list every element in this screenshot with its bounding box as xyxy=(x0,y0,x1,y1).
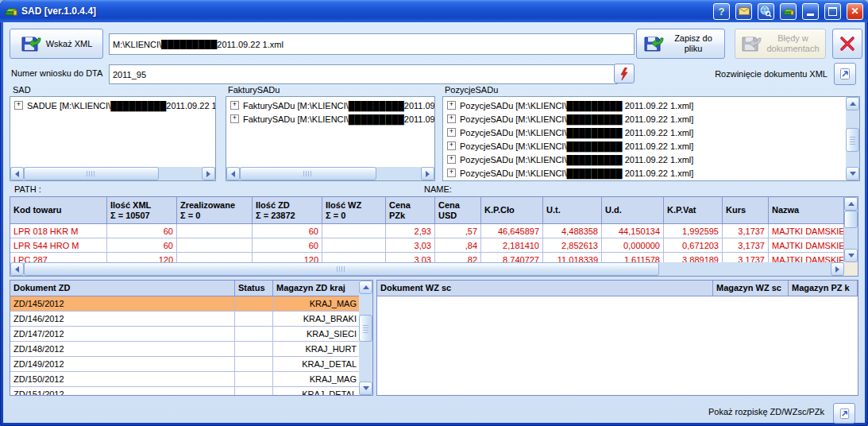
pozycje-tree-vscrollbar[interactable] xyxy=(846,97,859,180)
scrollbar-thumb[interactable] xyxy=(359,315,372,342)
xml-path-field[interactable] xyxy=(109,33,635,55)
scrollbar-track[interactable] xyxy=(359,342,372,381)
column-header[interactable]: Ilość ZDΣ = 23872 xyxy=(253,197,322,223)
scrollbar-track[interactable] xyxy=(844,228,858,249)
dta-number-field[interactable] xyxy=(109,64,618,84)
scrollbar-thumb[interactable] xyxy=(240,167,376,180)
column-header[interactable]: U.d. xyxy=(602,197,664,223)
zd-table-vscrollbar[interactable] xyxy=(359,281,372,395)
expand-plus-icon[interactable]: + xyxy=(447,168,456,177)
column-header[interactable]: Kurs xyxy=(723,197,769,223)
expand-plus-icon[interactable]: + xyxy=(230,114,239,123)
scroll-up-button[interactable] xyxy=(844,197,858,211)
tree-node[interactable]: +PozycjeSADu [M:\KLIENCI\█████████ 2011.… xyxy=(445,99,846,112)
run-button[interactable] xyxy=(614,64,635,83)
expand-plus-icon[interactable]: + xyxy=(447,114,456,123)
tree-node[interactable]: +PozycjeSADu [M:\KLIENCI\█████████ 2011.… xyxy=(445,166,846,180)
expand-plus-icon[interactable]: + xyxy=(447,155,456,164)
scroll-right-button[interactable] xyxy=(202,167,215,180)
column-header[interactable]: ZrealizowaneΣ = 0 xyxy=(177,197,253,223)
scrollbar-track[interactable] xyxy=(659,262,831,276)
column-header[interactable]: Ilość XMLΣ = 10507 xyxy=(107,197,177,223)
table-row[interactable]: LPC 2871201203,03,828,74072711,0183391,6… xyxy=(10,253,844,262)
column-header[interactable]: Ilość WZΣ = 0 xyxy=(322,197,386,223)
scroll-up-button[interactable] xyxy=(359,281,372,294)
positions-table-hscrollbar[interactable] xyxy=(10,262,858,276)
tree-node[interactable]: +PozycjeSADu [M:\KLIENCI\█████████ 2011.… xyxy=(445,153,846,166)
table-row[interactable]: LPR 018 HKR M60602,93,5746,6458974,48835… xyxy=(10,224,844,238)
maximize-button[interactable] xyxy=(824,3,841,20)
scrollbar-track[interactable] xyxy=(846,110,859,128)
tree-node[interactable]: +FakturySADu [M:\KLIENCI\█████████2011.0… xyxy=(228,112,434,126)
scroll-left-button[interactable] xyxy=(226,167,240,180)
scroll-down-button[interactable] xyxy=(844,249,858,262)
column-header[interactable]: CenaUSD xyxy=(435,197,481,223)
column-header[interactable]: U.t. xyxy=(543,197,602,223)
expand-plus-icon[interactable]: + xyxy=(447,141,456,150)
faktury-tree-hscrollbar[interactable] xyxy=(226,167,434,180)
table-row[interactable]: ZD/146/2012KRAJ_BRAKI xyxy=(10,312,359,327)
scroll-left-button[interactable] xyxy=(10,167,24,180)
column-header[interactable]: Dokument ZD xyxy=(10,281,235,296)
expand-plus-icon[interactable]: + xyxy=(447,101,456,110)
scroll-down-button[interactable] xyxy=(846,167,859,180)
table-row[interactable]: ZD/151/2012KRAJ_DETAL xyxy=(10,387,359,395)
table-cell xyxy=(235,312,273,326)
column-header[interactable]: Kod towaru xyxy=(10,197,107,223)
scroll-up-button[interactable] xyxy=(846,97,859,110)
column-header[interactable]: Magazyn ZD kraj xyxy=(273,281,359,296)
minimize-button[interactable] xyxy=(802,3,819,20)
scroll-left-button[interactable] xyxy=(10,262,24,276)
column-header[interactable]: Nazwa xyxy=(769,197,844,223)
expand-plus-icon[interactable]: + xyxy=(14,101,23,110)
pick-xml-button[interactable]: Wskaż XML xyxy=(10,29,103,59)
scroll-right-button[interactable] xyxy=(831,262,844,276)
sad-tree-hscrollbar[interactable] xyxy=(10,167,215,180)
table-row[interactable]: ZD/148/2012KRAJ_HURT xyxy=(10,342,359,357)
column-header[interactable]: CenaPZk xyxy=(386,197,435,223)
expand-plus-icon[interactable]: + xyxy=(230,101,239,110)
expand-plus-icon[interactable]: + xyxy=(447,128,456,137)
tree-node-label: PozycjeSADu [M:\KLIENCI\█████████ 2011.0… xyxy=(460,101,693,110)
positions-table-vscrollbar[interactable] xyxy=(844,197,858,262)
scrollbar-track[interactable] xyxy=(846,152,859,167)
scrollbar-thumb[interactable] xyxy=(24,262,659,276)
column-header[interactable]: Status xyxy=(235,281,273,296)
tree-node[interactable]: +PozycjeSADu [M:\KLIENCI\█████████ 2011.… xyxy=(445,112,846,126)
scroll-down-button[interactable] xyxy=(359,381,372,395)
help-button[interactable]: ? xyxy=(713,3,730,20)
scrollbar-thumb[interactable] xyxy=(24,167,159,180)
mail-button[interactable] xyxy=(735,3,752,20)
table-row[interactable]: ZD/149/2012KRAJ_DETAL xyxy=(10,357,359,372)
app-tool-button[interactable] xyxy=(780,3,797,20)
titlebar[interactable]: SAD [ver.1.0.4.4] ? xyxy=(0,0,868,22)
tree-node[interactable]: +PozycjeSADu [M:\KLIENCI\█████████ 2011.… xyxy=(445,139,846,153)
close-button[interactable]: ✕ xyxy=(847,3,863,20)
scrollbar-track[interactable] xyxy=(359,294,372,315)
scrollbar-track[interactable] xyxy=(159,167,202,180)
cancel-button[interactable] xyxy=(832,29,862,59)
column-header[interactable]: Magazyn WZ sc xyxy=(713,281,789,296)
column-header[interactable]: Dokument WZ sc xyxy=(377,281,713,296)
scrollbar-thumb[interactable] xyxy=(844,211,858,228)
tree-node[interactable]: +PozycjeSADu [M:\KLIENCI\█████████ 2011.… xyxy=(445,126,846,139)
column-header[interactable]: K.P.Cło xyxy=(481,197,543,223)
thumb-ridges xyxy=(850,135,855,145)
column-header[interactable]: K.P.Vat xyxy=(664,197,723,223)
table-row[interactable]: ZD/147/2012KRAJ_SIECI xyxy=(10,327,359,342)
table-row[interactable]: LPR 544 HRO M60603,03,842,1814102,852613… xyxy=(10,238,844,253)
save-to-file-button[interactable]: Zapisz do pliku xyxy=(636,29,725,59)
minimize-icon xyxy=(807,14,814,16)
table-row[interactable]: ZD/145/2012KRAJ_MAG xyxy=(10,296,359,312)
document-errors-button[interactable]: Błędy w dokumentach xyxy=(735,29,826,59)
tree-node[interactable]: +FakturySADu [M:\KLIENCI\█████████2011.0… xyxy=(228,99,434,112)
web-search-button[interactable] xyxy=(758,3,774,20)
table-row[interactable]: ZD/150/2012KRAJ_MAG xyxy=(10,372,359,387)
scroll-right-button[interactable] xyxy=(421,167,434,180)
column-header[interactable]: Magazyn PZ k xyxy=(789,281,858,296)
scrollbar-thumb[interactable] xyxy=(846,128,859,152)
show-breakdown-button[interactable] xyxy=(833,403,855,424)
tree-node[interactable]: +SADUE [M:\KLIENCI\█████████2011.09.22 1 xyxy=(12,99,215,112)
expand-xml-button[interactable] xyxy=(834,63,856,85)
scrollbar-track[interactable] xyxy=(376,167,421,180)
